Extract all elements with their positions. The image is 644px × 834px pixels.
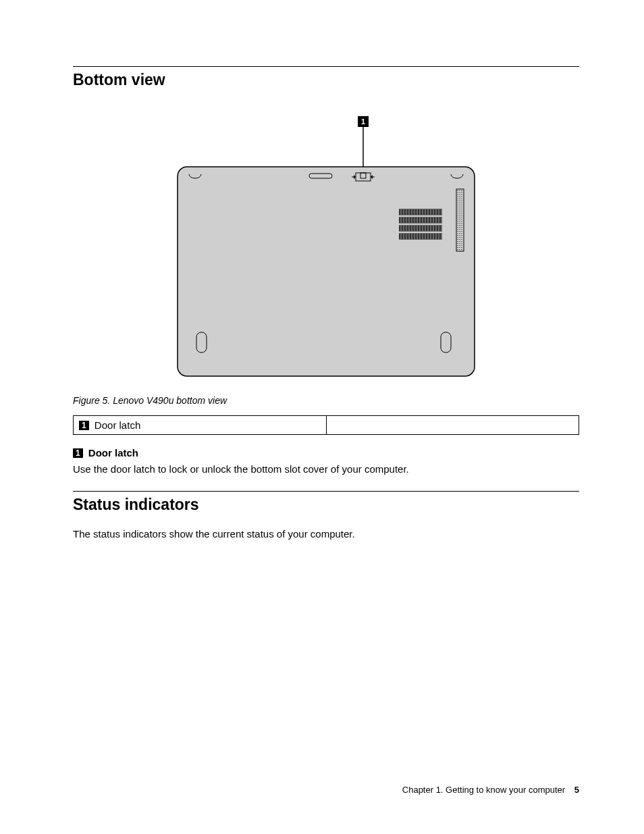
footer-page-number: 5 [574,785,579,795]
legend-label: Door latch [95,419,140,431]
item-heading-door-latch: 1 Door latch [73,447,579,459]
item-callout-number: 1 [73,448,83,458]
status-indicators-body: The status indicators show the current s… [73,527,579,541]
figure-caption: Figure 5. Lenovo V490u bottom view [73,395,579,406]
bottom-view-diagram: 1 [174,116,478,383]
section-heading-bottom-view: Bottom view [73,71,579,89]
section-rule [73,491,579,492]
footer-chapter: Chapter 1. Getting to know your computer [402,785,565,795]
legend-empty-cell [326,416,579,435]
svg-rect-2 [178,167,475,376]
figure-bottom-view: 1 [73,116,579,386]
table-row: 1 Door latch [74,416,579,435]
legend-callout-number: 1 [79,421,89,430]
callout-number: 1 [361,118,365,126]
legend-table: 1 Door latch [73,415,579,435]
document-page: Bottom view 1 [0,0,644,834]
section-rule [73,66,579,67]
item-body-door-latch: Use the door latch to lock or unlock the… [73,463,579,476]
section-heading-status-indicators: Status indicators [73,496,579,514]
item-title: Door latch [88,447,138,459]
page-footer: Chapter 1. Getting to know your computer… [402,785,579,795]
